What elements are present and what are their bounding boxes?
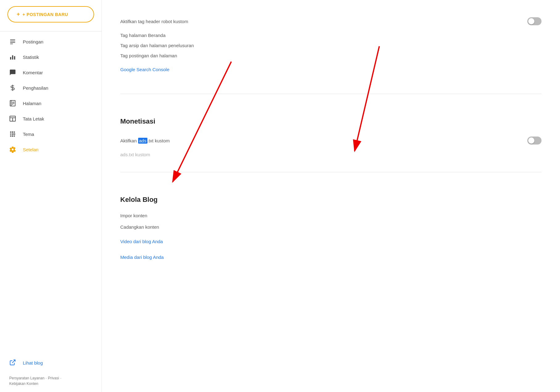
dollar-icon bbox=[9, 84, 16, 91]
sidebar-item-halaman[interactable]: Halaman bbox=[0, 96, 101, 111]
video-blog-row: Video dari blog Anda bbox=[120, 233, 541, 250]
sidebar-item-tema[interactable]: Tema bbox=[0, 126, 101, 142]
gear-icon bbox=[9, 146, 16, 153]
robot-header-tag-row: Aktifkan tag header robot kustom bbox=[120, 12, 541, 30]
privacy-link[interactable]: Privasi bbox=[48, 376, 59, 380]
plus-icon: + bbox=[17, 11, 20, 18]
robot-header-tag-toggle[interactable] bbox=[527, 17, 541, 25]
sidebar-item-statistik[interactable]: Statistik bbox=[0, 49, 101, 65]
svg-rect-6 bbox=[14, 56, 15, 59]
post-tag-label: Tag postingan dan halaman bbox=[120, 53, 177, 58]
sidebar-divider bbox=[0, 31, 101, 31]
ads-txt-placeholder: ads.txt kustom bbox=[120, 149, 541, 160]
monetisasi-title: Monetisasi bbox=[120, 106, 541, 132]
list-icon bbox=[9, 38, 16, 45]
cadangkan-konten-row: Cadangkan konten bbox=[120, 221, 541, 233]
archive-tag-row: Tag arsip dan halaman penelusuran bbox=[120, 40, 541, 51]
view-blog-item[interactable]: Lihat blog bbox=[0, 355, 101, 371]
svg-rect-2 bbox=[10, 42, 15, 43]
ads-txt-toggle[interactable] bbox=[527, 137, 541, 145]
sidebar-item-tata-letak[interactable]: Tata Letak bbox=[0, 111, 101, 126]
tema-label: Tema bbox=[23, 132, 34, 137]
sidebar-nav: Postingan Statistik Komentar bbox=[0, 34, 101, 157]
bar-chart-icon bbox=[9, 54, 16, 60]
archive-tag-label: Tag arsip dan halaman penelusuran bbox=[120, 43, 194, 48]
setelan-label: Setelan bbox=[23, 147, 39, 152]
halaman-label: Halaman bbox=[23, 101, 41, 106]
sidebar-item-postingan[interactable]: Postingan bbox=[0, 34, 101, 49]
svg-rect-4 bbox=[10, 57, 11, 59]
theme-icon bbox=[9, 131, 16, 137]
layout-icon bbox=[9, 115, 16, 122]
post-tag-row: Tag postingan dan halaman bbox=[120, 51, 541, 61]
kelola-blog-title: Kelola Blog bbox=[120, 185, 541, 210]
new-post-button[interactable]: + + POSTINGAN BARU bbox=[7, 6, 94, 22]
monetisasi-section: Monetisasi Aktifkan ads.txt kustom ads.t… bbox=[120, 94, 541, 160]
crawlers-section: Aktifkan tag header robot kustom Tag hal… bbox=[120, 0, 541, 81]
cadangkan-konten-label: Cadangkan konten bbox=[120, 224, 159, 230]
sidebar: + + POSTINGAN BARU Postingan Statistik bbox=[0, 0, 102, 392]
content-policy-link[interactable]: Kebijakan Konten bbox=[9, 382, 38, 386]
penghasilan-label: Penghasilan bbox=[23, 85, 48, 91]
toggle-slider bbox=[527, 17, 541, 25]
svg-rect-0 bbox=[10, 39, 15, 40]
svg-rect-5 bbox=[12, 55, 13, 60]
new-post-label: + POSTINGAN BARU bbox=[23, 12, 68, 17]
robot-header-tag-label: Aktifkan tag header robot kustom bbox=[120, 19, 188, 24]
postingan-label: Postingan bbox=[23, 39, 43, 44]
sidebar-item-setelan[interactable]: Setelan bbox=[0, 142, 101, 157]
svg-rect-3 bbox=[10, 43, 13, 44]
external-link-icon bbox=[9, 359, 16, 367]
ads-highlight: ads bbox=[138, 138, 147, 144]
impor-konten-row: Impor konten bbox=[120, 210, 541, 221]
tata-letak-label: Tata Letak bbox=[23, 116, 44, 121]
home-tag-row: Tag halaman Beranda bbox=[120, 30, 541, 40]
sidebar-footer: Persyaratan Layanan · Privasi · Kebijaka… bbox=[0, 371, 101, 386]
statistik-label: Statistik bbox=[23, 55, 39, 60]
media-blog-link[interactable]: Media dari blog Anda bbox=[120, 251, 541, 263]
ads-toggle-slider bbox=[527, 137, 541, 145]
ads-txt-label: Aktifkan ads.txt kustom bbox=[120, 138, 170, 143]
kelola-blog-section: Kelola Blog Impor konten Cadangkan konte… bbox=[120, 172, 541, 264]
sidebar-item-penghasilan[interactable]: Penghasilan bbox=[0, 80, 101, 96]
svg-rect-1 bbox=[10, 41, 15, 41]
media-blog-row: Media dari blog Anda bbox=[120, 250, 541, 264]
google-search-console-row: Google Search Console bbox=[120, 61, 541, 81]
sidebar-item-komentar[interactable]: Komentar bbox=[0, 65, 101, 80]
page-icon bbox=[9, 100, 16, 107]
main-content: Aktifkan tag header robot kustom Tag hal… bbox=[102, 0, 560, 283]
svg-line-16 bbox=[12, 360, 15, 363]
impor-konten-label: Impor konten bbox=[120, 213, 147, 218]
video-blog-link[interactable]: Video dari blog Anda bbox=[120, 236, 541, 247]
main-wrapper: Aktifkan tag header robot kustom Tag hal… bbox=[102, 0, 560, 392]
komentar-label: Komentar bbox=[23, 70, 43, 75]
comment-icon bbox=[9, 69, 16, 76]
google-search-console-link[interactable]: Google Search Console bbox=[120, 64, 541, 75]
terms-link[interactable]: Persyaratan Layanan bbox=[9, 376, 44, 380]
home-tag-label: Tag halaman Beranda bbox=[120, 33, 166, 38]
view-blog-label: Lihat blog bbox=[23, 360, 43, 365]
ads-txt-row: Aktifkan ads.txt kustom bbox=[120, 132, 541, 149]
